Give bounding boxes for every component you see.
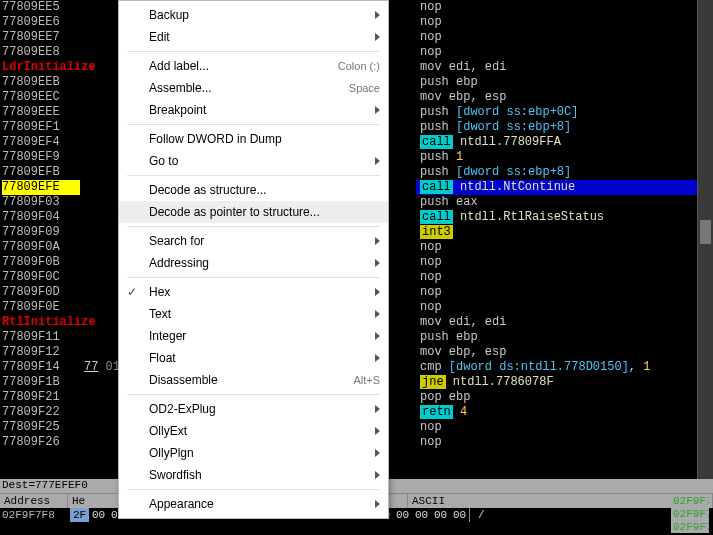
- menu-item-label: Go to: [149, 154, 367, 168]
- chevron-right-icon: [375, 354, 380, 362]
- instruction-cell: nop: [416, 420, 713, 435]
- hex-byte[interactable]: 00: [431, 508, 450, 522]
- menu-item-label: Integer: [149, 329, 367, 343]
- menu-item-swordfish[interactable]: Swordfish: [119, 464, 388, 486]
- menu-item-label: Backup: [149, 8, 367, 22]
- hex-byte[interactable]: 2F: [70, 508, 89, 522]
- stack-address: 02F9F70: [673, 508, 703, 521]
- menu-item-edit[interactable]: Edit: [119, 26, 388, 48]
- context-menu[interactable]: BackupEditAdd label...Colon (:)Assemble.…: [118, 0, 389, 519]
- scrollbar-thumb[interactable]: [700, 220, 711, 244]
- address-cell: 77809EF9: [0, 150, 80, 165]
- menu-separator: [127, 489, 380, 490]
- hex-byte[interactable]: 00: [412, 508, 431, 522]
- menu-item-decode-as-pointer-to-structure[interactable]: Decode as pointer to structure...: [119, 201, 388, 223]
- instruction-cell: nop: [416, 300, 713, 315]
- menu-item-label: Search for: [149, 234, 367, 248]
- chevron-right-icon: [375, 405, 380, 413]
- menu-item-ollyplgn[interactable]: OllyPlgn: [119, 442, 388, 464]
- menu-item-shortcut: Space: [349, 82, 380, 94]
- menu-item-float[interactable]: Float: [119, 347, 388, 369]
- instruction-cell: retn 4: [416, 405, 713, 420]
- instruction-cell: nop: [416, 435, 713, 450]
- address-cell: 77809F09: [0, 225, 80, 240]
- instruction-cell: nop: [416, 285, 713, 300]
- menu-item-follow-dword-in-dump[interactable]: Follow DWORD in Dump: [119, 128, 388, 150]
- menu-item-label: Decode as pointer to structure...: [149, 205, 380, 219]
- menu-item-label: Hex: [149, 285, 367, 299]
- address-cell: 77809EFE: [0, 180, 80, 195]
- menu-item-label: Text: [149, 307, 367, 321]
- menu-separator: [127, 175, 380, 176]
- chevron-right-icon: [375, 500, 380, 508]
- address-cell: 77809F0E: [0, 300, 80, 315]
- address-cell: 77809F1B: [0, 375, 80, 390]
- address-cell: RtlInitialize: [0, 315, 80, 330]
- menu-item-label: Assemble...: [149, 81, 349, 95]
- instruction-cell: nop: [416, 0, 713, 15]
- menu-item-od2-explug[interactable]: OD2-ExPlug: [119, 398, 388, 420]
- menu-separator: [127, 277, 380, 278]
- menu-item-addressing[interactable]: Addressing: [119, 252, 388, 274]
- hex-row-ascii: /: [469, 508, 485, 522]
- menu-item-disassemble[interactable]: DisassembleAlt+S: [119, 369, 388, 391]
- instruction-cell: call ntdll.NtContinue: [416, 180, 713, 195]
- address-cell: 77809EE6: [0, 15, 80, 30]
- menu-item-go-to[interactable]: Go to: [119, 150, 388, 172]
- address-cell: 77809F21: [0, 390, 80, 405]
- address-cell: 77809F0A: [0, 240, 80, 255]
- menu-item-ollyext[interactable]: OllyExt: [119, 420, 388, 442]
- menu-item-label: OD2-ExPlug: [149, 402, 367, 416]
- stack-address: 02F9F70: [673, 521, 703, 533]
- check-icon: ✓: [127, 285, 137, 299]
- instruction-cell: push [dword ss:ebp+0C]: [416, 105, 713, 120]
- menu-item-search-for[interactable]: Search for: [119, 230, 388, 252]
- instruction-cell: call ntdll.RtlRaiseStatus: [416, 210, 713, 225]
- register-stack-peek: 02F9F7002F9F7002F9F70: [671, 495, 709, 533]
- menu-item-decode-as-structure[interactable]: Decode as structure...: [119, 179, 388, 201]
- address-cell: 77809F11: [0, 330, 80, 345]
- menu-item-label: Addressing: [149, 256, 367, 270]
- instruction-cell: jne ntdll.7786078F: [416, 375, 713, 390]
- address-cell: 77809F0D: [0, 285, 80, 300]
- menu-item-backup[interactable]: Backup: [119, 4, 388, 26]
- menu-item-hex[interactable]: ✓Hex: [119, 281, 388, 303]
- hex-byte[interactable]: 00: [89, 508, 108, 522]
- hex-byte[interactable]: 00: [450, 508, 469, 522]
- stack-address: 02F9F70: [673, 495, 703, 508]
- instruction-cell: cmp [dword ds:ntdll.778D0150], 1: [416, 360, 713, 375]
- address-cell: 77809EFB: [0, 165, 80, 180]
- address-cell: 77809F0C: [0, 270, 80, 285]
- menu-item-label: Decode as structure...: [149, 183, 380, 197]
- menu-item-integer[interactable]: Integer: [119, 325, 388, 347]
- chevron-right-icon: [375, 157, 380, 165]
- menu-item-assemble[interactable]: Assemble...Space: [119, 77, 388, 99]
- address-cell: 77809EEC: [0, 90, 80, 105]
- menu-item-label: Add label...: [149, 59, 338, 73]
- menu-item-label: OllyExt: [149, 424, 367, 438]
- menu-separator: [127, 51, 380, 52]
- instruction-cell: mov edi, edi: [416, 315, 713, 330]
- address-cell: 77809F04: [0, 210, 80, 225]
- menu-item-appearance[interactable]: Appearance: [119, 493, 388, 515]
- menu-item-text[interactable]: Text: [119, 303, 388, 325]
- chevron-right-icon: [375, 310, 380, 318]
- instruction-cell: push ebp: [416, 75, 713, 90]
- address-cell: 77809F22: [0, 405, 80, 420]
- instruction-cell: pop ebp: [416, 390, 713, 405]
- chevron-right-icon: [375, 427, 380, 435]
- chevron-right-icon: [375, 237, 380, 245]
- menu-item-label: OllyPlgn: [149, 446, 367, 460]
- instruction-cell: nop: [416, 30, 713, 45]
- address-cell: 77809EEB: [0, 75, 80, 90]
- menu-item-label: Float: [149, 351, 367, 365]
- menu-item-add-label[interactable]: Add label...Colon (:): [119, 55, 388, 77]
- instruction-cell: push eax: [416, 195, 713, 210]
- instruction-cell: mov edi, edi: [416, 60, 713, 75]
- address-cell: 77809F26: [0, 435, 80, 450]
- chevron-right-icon: [375, 288, 380, 296]
- vertical-scrollbar[interactable]: [697, 0, 713, 480]
- address-cell: 77809F25: [0, 420, 80, 435]
- menu-item-breakpoint[interactable]: Breakpoint: [119, 99, 388, 121]
- hex-byte[interactable]: 00: [393, 508, 412, 522]
